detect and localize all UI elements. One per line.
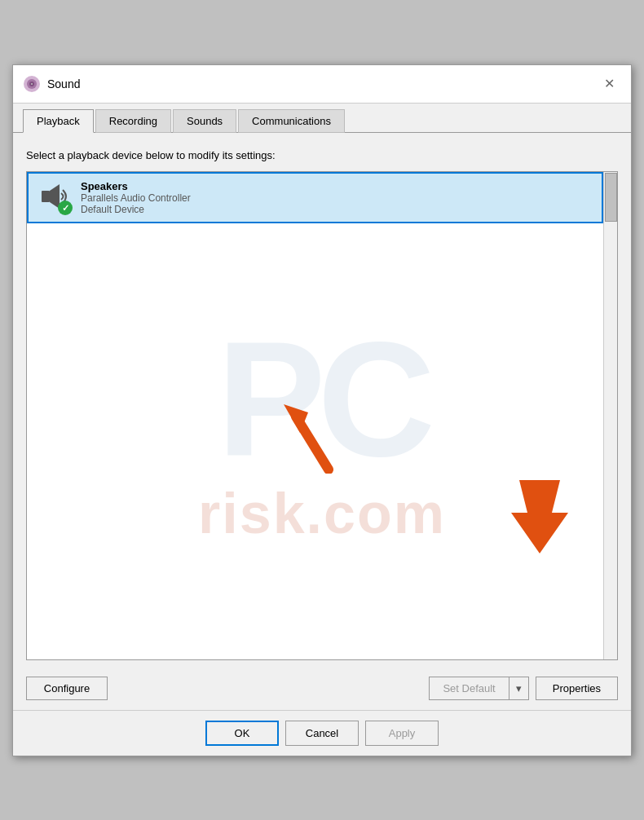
apply-button[interactable]: Apply [365, 721, 439, 746]
device-icon: ✓ [38, 181, 71, 214]
device-name: Speakers [81, 180, 191, 192]
device-status: Default Device [81, 204, 191, 215]
title-bar: Sound ✕ [13, 65, 631, 104]
ok-button[interactable]: OK [205, 721, 279, 746]
set-default-button[interactable]: Set Default [429, 677, 508, 700]
device-controller: Parallels Audio Controller [81, 192, 191, 204]
tab-bar: Playback Recording Sounds Communications [13, 104, 631, 133]
dialog-body: Playback Recording Sounds Communications… [13, 104, 631, 756]
sound-dialog: Sound ✕ Playback Recording Sounds Commun… [12, 64, 632, 756]
scrollbar-thumb[interactable] [605, 173, 617, 222]
close-button[interactable]: ✕ [597, 72, 621, 96]
tab-recording[interactable]: Recording [95, 109, 171, 133]
content-area: Select a playback device below to modify… [13, 133, 631, 677]
sound-icon [23, 75, 41, 93]
tab-playback[interactable]: Playback [23, 109, 94, 133]
device-list-container: ✓ Speakers Parallels Audio Controller De… [26, 171, 618, 660]
device-item-speakers[interactable]: ✓ Speakers Parallels Audio Controller De… [27, 172, 603, 223]
device-list[interactable]: ✓ Speakers Parallels Audio Controller De… [27, 172, 603, 659]
instruction-text: Select a playback device below to modify… [26, 149, 618, 161]
dialog-action-buttons: OK Cancel Apply [13, 710, 631, 756]
properties-button[interactable]: Properties [536, 677, 618, 700]
set-default-group: Set Default ▾ [429, 677, 528, 700]
tab-communications[interactable]: Communications [238, 109, 345, 133]
svg-point-3 [31, 83, 33, 85]
title-bar-left: Sound [23, 75, 80, 93]
device-info: Speakers Parallels Audio Controller Defa… [81, 180, 191, 215]
svg-rect-4 [42, 191, 50, 202]
tab-sounds[interactable]: Sounds [173, 109, 236, 133]
window-title: Sound [47, 77, 80, 90]
configure-button[interactable]: Configure [26, 677, 108, 700]
cancel-button[interactable]: Cancel [285, 721, 359, 746]
set-default-dropdown[interactable]: ▾ [509, 677, 529, 700]
scrollbar-track[interactable] [603, 172, 617, 659]
device-button-row: Configure Set Default ▾ Properties [13, 677, 631, 710]
default-check: ✓ [58, 201, 73, 215]
